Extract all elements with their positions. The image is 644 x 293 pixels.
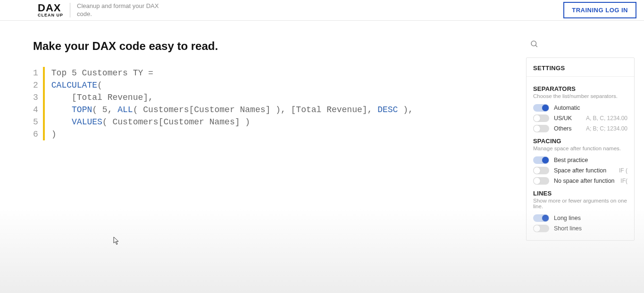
editor-accent-bar [43, 67, 45, 140]
option-label: No space after function [554, 178, 615, 184]
training-login-button[interactable]: TRAINING LOG IN [563, 2, 636, 18]
code-line[interactable]: CALCULATE( [51, 79, 413, 91]
line-number-gutter: 123456 [33, 67, 43, 140]
toggle[interactable] [533, 156, 549, 164]
option-label: US/UK [554, 115, 572, 122]
line-number: 2 [33, 79, 38, 91]
code-editor[interactable]: 123456 Top 5 Customers TY =CALCULATE( [T… [33, 67, 512, 140]
option-label: Long lines [554, 215, 581, 221]
svg-point-0 [531, 41, 536, 46]
logo-sub-text: CLEAN UP [38, 13, 63, 17]
settings-section-desc: Manage space after function names. [533, 146, 627, 151]
toggle[interactable] [533, 125, 549, 132]
settings-panel-title: SETTINGS [527, 58, 634, 77]
tagline: Cleanup and format your DAX code. [77, 2, 171, 18]
option-label: Best practice [554, 157, 588, 163]
line-number: 4 [33, 104, 38, 116]
settings-section-title: SPACING [533, 138, 627, 145]
option-label: Others [554, 125, 572, 132]
settings-section-title: SEPARATORS [533, 85, 627, 92]
logo[interactable]: DAX CLEAN UP [38, 3, 70, 17]
settings-option-row: US/UKA, B, C, 1234.00 [533, 113, 627, 123]
toggle[interactable] [533, 114, 549, 122]
settings-option-row: No space after functionIF( [533, 176, 627, 186]
toggle[interactable] [533, 177, 549, 185]
toggle[interactable] [533, 167, 549, 174]
logo-main-text: DAX [38, 3, 63, 13]
line-number: 1 [33, 67, 38, 79]
settings-panel: SETTINGS SEPARATORSChoose the list/numbe… [526, 57, 635, 241]
toggle[interactable] [533, 104, 549, 112]
option-hint: A; B; C; 1234.00 [586, 125, 627, 132]
settings-section-desc: Show more or fewer arguments on one line… [533, 198, 627, 209]
settings-section-title: LINES [533, 190, 627, 197]
settings-option-row: Short lines [533, 223, 627, 234]
settings-option-row: Long lines [533, 213, 627, 223]
toggle[interactable] [533, 225, 549, 232]
line-number: 3 [33, 91, 38, 104]
option-label: Automatic [554, 105, 580, 111]
code-line[interactable]: [Total Revenue], [51, 91, 413, 104]
code-line[interactable]: Top 5 Customers TY = [51, 67, 413, 79]
search-icon[interactable] [530, 40, 538, 48]
option-label: Space after function [554, 167, 606, 174]
toggle[interactable] [533, 214, 549, 222]
option-label: Short lines [554, 225, 582, 232]
code-content[interactable]: Top 5 Customers TY =CALCULATE( [Total Re… [51, 67, 413, 140]
settings-option-row: Space after functionIF ( [533, 165, 627, 176]
page-title: Make your DAX code easy to read. [33, 40, 512, 53]
settings-option-row: OthersA; B; C; 1234.00 [533, 123, 627, 134]
code-line[interactable]: VALUES( Customers[Customer Names] ) [51, 116, 413, 128]
option-hint: IF( [620, 178, 627, 184]
line-number: 6 [33, 128, 38, 140]
settings-option-row: Best practice [533, 155, 627, 165]
line-number: 5 [33, 116, 38, 128]
top-bar: DAX CLEAN UP Cleanup and format your DAX… [0, 0, 644, 21]
option-hint: A, B, C, 1234.00 [586, 115, 627, 122]
settings-section-desc: Choose the list/number separators. [533, 93, 627, 99]
svg-line-1 [535, 45, 537, 47]
settings-option-row: Automatic [533, 103, 627, 113]
code-line[interactable]: ) [51, 128, 413, 140]
code-line[interactable]: TOPN( 5, ALL( Customers[Customer Names] … [51, 104, 413, 116]
option-hint: IF ( [619, 167, 627, 174]
